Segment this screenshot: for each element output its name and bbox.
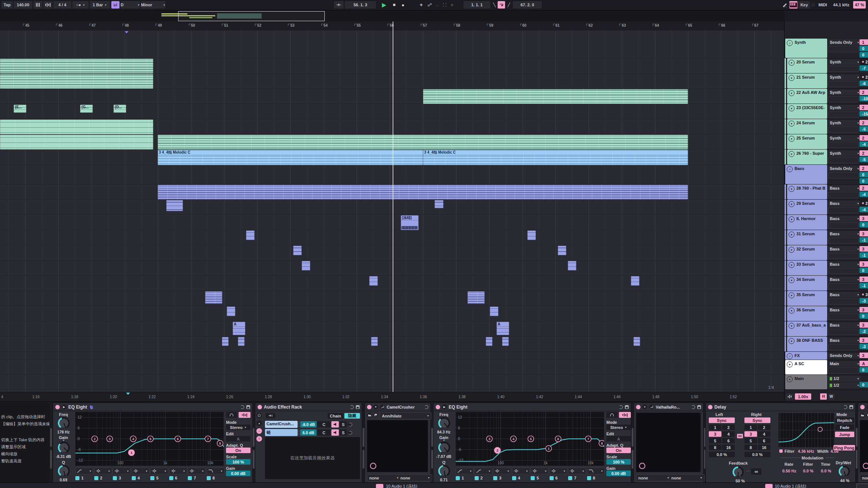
track-number-box[interactable]: 2 — [859, 200, 868, 206]
plugin-title-bar[interactable]: ▼ CamelCrusher — [365, 403, 430, 411]
chain-list-icon[interactable]: − — [256, 428, 262, 434]
quantize-menu[interactable]: ○●▼ — [72, 1, 89, 9]
track-lane[interactable] — [0, 39, 784, 58]
q-value[interactable]: 0.69 — [53, 478, 74, 482]
hot-swap-icon[interactable] — [691, 405, 695, 409]
scale-value[interactable]: 100 % — [226, 459, 250, 465]
input-box[interactable] — [828, 238, 859, 244]
track-number-box[interactable]: 1 — [859, 39, 868, 45]
band-enable-checkbox[interactable] — [150, 476, 154, 480]
clip[interactable] — [166, 200, 183, 211]
plugin-title-bar[interactable]: ▼ ValhallaRo... — [634, 403, 703, 411]
track-name-block[interactable]: ▼20 Serum — [787, 58, 827, 73]
track-fold-icon[interactable]: ≡ — [787, 40, 793, 46]
input-box[interactable] — [828, 329, 859, 335]
clip[interactable] — [246, 230, 255, 240]
input-box[interactable] — [828, 46, 859, 52]
fold-icon[interactable]: ▶ — [62, 405, 66, 409]
hot-swap-icon[interactable] — [844, 405, 847, 409]
band-filter-type-selector[interactable]: ▼ — [493, 468, 511, 474]
device-activator-icon[interactable] — [636, 405, 641, 409]
save-preset-icon[interactable] — [849, 405, 853, 409]
track-fold-icon[interactable]: ▼ — [789, 90, 795, 96]
track-name-block[interactable]: ▼35 Serum — [787, 291, 827, 306]
track-fold-icon[interactable]: ▼ — [789, 136, 795, 142]
chain-hot-swap-icon[interactable] — [348, 430, 353, 435]
routing-selector[interactable]: Synth▼ — [828, 120, 861, 126]
panel-divider[interactable] — [856, 428, 858, 469]
hot-swap-icon[interactable] — [240, 405, 244, 409]
track-fold-icon[interactable]: ▼ — [789, 105, 795, 111]
chain-mute-speaker-icon[interactable] — [331, 429, 339, 436]
track-fold-icon[interactable]: ▼ — [789, 338, 795, 344]
track-row-24-serum[interactable]: ▼24 SerumSynth▼2-5 — [785, 119, 868, 135]
routing-selector[interactable]: Bass▼ — [828, 246, 861, 252]
track-fold-icon[interactable]: ▼ — [789, 216, 795, 222]
track-name-block[interactable]: ▼37 Au5_bass_a — [787, 321, 827, 336]
loop-length-field[interactable]: 67. 2. 0 — [513, 1, 542, 9]
track-lane[interactable] — [0, 321, 784, 337]
track-fold-icon[interactable]: ▼ — [789, 232, 795, 238]
track-name-block[interactable]: ▼29 Serum — [787, 200, 827, 214]
track-lane[interactable] — [0, 352, 784, 360]
device-drop-area[interactable]: 在这里加载音频效果器 — [265, 437, 360, 479]
volume-box[interactable]: -15 — [859, 111, 868, 117]
chain-button[interactable]: Chain — [328, 413, 343, 419]
zoom-width-button[interactable]: W — [828, 393, 835, 400]
input-box[interactable] — [828, 314, 859, 320]
delay-right-beat-8[interactable]: 8 — [744, 445, 757, 450]
routing-selector[interactable]: Bass▼ — [828, 276, 861, 282]
clip[interactable] — [468, 291, 485, 304]
preset-selector[interactable]: Annihilate▼ — [380, 412, 432, 419]
delay-left-beat-5[interactable]: 5 — [709, 438, 721, 443]
adaptq-toggle[interactable]: On — [226, 448, 250, 453]
clip[interactable]: (冻结) — [401, 215, 419, 230]
audition-headphone-icon[interactable] — [606, 412, 618, 418]
panel-divider[interactable] — [363, 428, 364, 469]
zoom-height-button[interactable]: H — [820, 393, 827, 400]
delay-left-sync-button[interactable]: Sync — [709, 417, 735, 423]
routing-selector[interactable]: Bass▼ — [828, 200, 861, 206]
save-preset-icon[interactable] — [866, 413, 868, 417]
eq-title-bar[interactable]: ▶EQ Eight — [53, 403, 252, 411]
band-filter-type-selector[interactable]: ▼ — [113, 468, 131, 474]
track-name-block[interactable]: ▼36 Serum — [787, 306, 827, 321]
track-number-box[interactable]: 2 — [859, 120, 868, 125]
track-fold-icon[interactable]: ≡ — [787, 353, 793, 359]
band-filter-type-selector[interactable]: ▼ — [568, 468, 586, 474]
track-row-il-harmor[interactable]: ▼IL HarmorBass▼30 — [785, 215, 868, 230]
track-name-block[interactable]: ▼22 Au5 AW Arp — [787, 89, 827, 104]
punch-out-icon[interactable]: ╱ — [506, 1, 512, 9]
plugin-title-bar[interactable]: ▼ — [858, 403, 868, 411]
mode-selector[interactable]: Stereo ▼ — [606, 425, 631, 430]
nudge-down-icon[interactable] — [33, 1, 42, 9]
delay-right-sync-button[interactable]: Sync — [744, 417, 770, 423]
chain-name[interactable]: 链 — [265, 429, 298, 436]
routing-selector[interactable]: Bass▼ — [828, 322, 861, 328]
band-enable-checkbox[interactable] — [550, 476, 554, 480]
track-name-block[interactable]: ≡Synth — [785, 39, 827, 58]
track-name-block[interactable]: ▼24 Serum — [787, 119, 827, 134]
track-name-block[interactable]: ▼34 Serum — [787, 276, 827, 291]
volume-box[interactable]: 0 — [859, 172, 868, 177]
track-fold-icon[interactable]: ▼ — [789, 186, 795, 192]
arrangement-area[interactable]: 1/4 {E...{G...{D...3 4_4拍 Melodic C3 4_4… — [0, 30, 784, 392]
band-filter-type-selector[interactable]: ▼ — [94, 468, 112, 474]
track-lane[interactable] — [0, 245, 784, 261]
delay-right-beat-2[interactable]: 2 — [758, 425, 770, 430]
band-enable-checkbox[interactable] — [113, 476, 117, 480]
device-activator-icon[interactable] — [367, 405, 371, 409]
track-name-block[interactable]: ▼21 Serum — [787, 73, 827, 88]
input-box[interactable] — [828, 192, 859, 198]
delay-mode-fade[interactable]: Fade — [835, 425, 854, 430]
clip[interactable] — [502, 337, 509, 346]
pan-box[interactable]: 0 — [859, 52, 868, 58]
track-number-box[interactable]: 2 — [859, 74, 868, 80]
volume-box[interactable]: -10 — [859, 96, 868, 101]
volume-box[interactable]: -7 — [859, 65, 868, 71]
track-name-block[interactable]: ▼A SC — [785, 360, 827, 374]
routing-selector[interactable]: Synth▼ — [828, 135, 861, 141]
input-box[interactable] — [828, 283, 859, 289]
panel-divider[interactable] — [50, 428, 52, 469]
delay-right-beat-4[interactable]: 4 — [758, 431, 770, 437]
